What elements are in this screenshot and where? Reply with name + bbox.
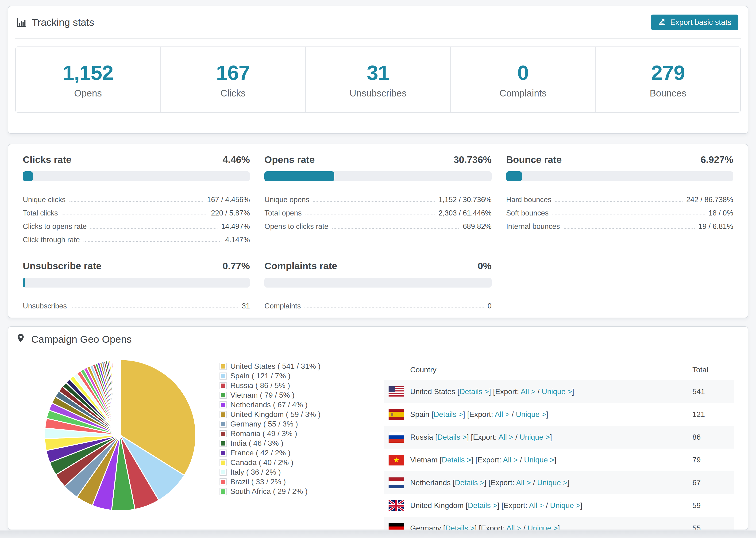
dotted-leader <box>70 201 203 202</box>
legend-swatch <box>220 430 227 437</box>
geo-table-row: Spain [Details >] [Export: All > / Uniqu… <box>384 403 734 426</box>
geo-table-row: Germany [Details >] [Export: All > / Uni… <box>384 517 734 530</box>
summary-stats-box: 1,152 Opens167 Clicks31 Unsubscribes0 Co… <box>15 46 741 113</box>
tracking-stats-title-row: Tracking stats <box>16 17 94 28</box>
country-name: Russia <box>410 433 433 441</box>
geo-content: United States ( 541 / 31% ) Spain ( 121 … <box>8 352 748 530</box>
legend-label: India ( 46 / 3% ) <box>230 439 283 448</box>
geo-table-row: United Kingdom [Details >] [Export: All … <box>384 494 734 517</box>
export-all-link[interactable]: All > <box>520 387 535 396</box>
geo-table-row: Russia [Details >] [Export: All > / Uniq… <box>384 426 734 449</box>
rate-progress-track <box>506 171 733 181</box>
rate-value: 6.927% <box>701 154 733 165</box>
dotted-leader <box>564 228 695 229</box>
detail-value: 0 <box>487 302 491 310</box>
legend-label: Germany ( 55 / 3% ) <box>230 420 298 428</box>
export-all-link[interactable]: All > <box>499 433 513 441</box>
dotted-leader <box>90 228 217 229</box>
export-basic-stats-button[interactable]: Export basic stats <box>651 15 738 30</box>
detail-value: 220 / 5.87% <box>211 209 250 217</box>
country-total: 541 <box>692 387 734 396</box>
rate-value: 30.736% <box>454 154 492 165</box>
es-flag-icon <box>389 409 404 420</box>
legend-swatch <box>220 372 227 380</box>
export-all-link[interactable]: All > <box>529 501 544 510</box>
export-unique-link[interactable]: Unique > <box>542 387 572 396</box>
details-link[interactable]: Details > <box>434 410 463 418</box>
country-total: 55 <box>692 524 734 530</box>
stat-label: Clicks <box>220 88 245 99</box>
legend-swatch <box>220 469 227 476</box>
page-bottom-strip <box>0 530 756 538</box>
geo-header: Campaign Geo Opens <box>8 327 748 351</box>
page-title: Tracking stats <box>32 17 94 28</box>
rate-title: Clicks rate <box>23 154 71 165</box>
rate-detail-rows: Unique opens 1,152 / 30.736% Total opens… <box>264 190 491 231</box>
rate-progress-track <box>23 278 250 288</box>
detail-value: 167 / 4.456% <box>207 195 250 204</box>
detail-row: Complaints 0 <box>264 297 491 310</box>
details-link[interactable]: Details > <box>442 456 471 464</box>
legend-item: Vietnam ( 79 / 5% ) <box>220 390 320 400</box>
detail-value: 1,152 / 30.736% <box>439 195 492 204</box>
legend-label: Spain ( 121 / 7% ) <box>230 372 291 380</box>
detail-label: Total opens <box>264 209 302 217</box>
legend-item: Russia ( 86 / 5% ) <box>220 381 320 390</box>
dotted-leader <box>305 215 435 215</box>
vn-flag-icon: ★ <box>389 455 404 465</box>
legend-swatch <box>220 488 227 495</box>
detail-value: 4.147% <box>225 236 250 244</box>
details-link[interactable]: Details > <box>445 524 474 530</box>
country-total: 86 <box>692 433 734 442</box>
rates-card: Clicks rate 4.46% Unique clicks 167 / 4.… <box>8 144 748 318</box>
detail-label: Click through rate <box>23 236 80 244</box>
geo-table-row: Netherlands [Details >] [Export: All > /… <box>384 471 734 494</box>
details-link[interactable]: Details > <box>468 501 497 510</box>
detail-value: 14.497% <box>221 222 250 231</box>
export-unique-link[interactable]: Unique > <box>516 410 546 418</box>
export-unique-link[interactable]: Unique > <box>550 501 580 510</box>
legend-swatch <box>220 459 227 466</box>
detail-row: Unique clicks 167 / 4.456% <box>23 190 250 204</box>
detail-row: Clicks to opens rate 14.497% <box>23 217 250 231</box>
stat-clicks: 167 Clicks <box>161 47 306 112</box>
detail-label: Unique clicks <box>23 195 66 204</box>
stat-value: 279 <box>651 61 685 85</box>
detail-row: Total opens 2,303 / 61.446% <box>264 204 491 217</box>
detail-row: Hard bounces 242 / 86.738% <box>506 190 733 204</box>
export-unique-link[interactable]: Unique > <box>519 433 550 441</box>
export-all-link[interactable]: All > <box>495 410 510 418</box>
rate-value: 0.77% <box>223 260 250 272</box>
detail-value: 242 / 86.738% <box>686 195 733 204</box>
export-unique-link[interactable]: Unique > <box>524 456 554 464</box>
legend-label: Italy ( 36 / 2% ) <box>230 468 281 476</box>
country-name: United States <box>410 387 455 396</box>
rate-detail-rows: Unsubscribes 31 <box>23 297 250 310</box>
stat-label: Complaints <box>500 88 547 99</box>
details-link[interactable]: Details > <box>437 433 467 441</box>
rate-title: Bounce rate <box>506 154 562 165</box>
stat-label: Opens <box>74 88 102 99</box>
detail-label: Clicks to opens rate <box>23 222 87 231</box>
export-icon <box>658 17 667 27</box>
export-all-link[interactable]: All > <box>516 478 531 487</box>
export-all-link[interactable]: All > <box>507 524 521 530</box>
legend-swatch <box>220 402 227 408</box>
stat-complaints: 0 Complaints <box>451 47 596 112</box>
export-all-link[interactable]: All > <box>503 456 518 464</box>
country-cell: Russia [Details >] [Export: All > / Uniq… <box>410 433 692 442</box>
geo-table: Country Total United States [Details >] … <box>384 359 734 530</box>
detail-label: Unsubscribes <box>23 302 67 310</box>
export-unique-link[interactable]: Unique > <box>537 478 567 487</box>
details-link[interactable]: Details > <box>455 478 484 487</box>
nl-flag-icon <box>389 477 404 488</box>
map-pin-icon <box>16 333 26 345</box>
details-link[interactable]: Details > <box>459 387 489 396</box>
legend-item: Brazil ( 33 / 2% ) <box>220 477 320 487</box>
dotted-leader <box>313 201 435 202</box>
detail-value: 31 <box>242 302 250 310</box>
export-unique-link[interactable]: Unique > <box>527 524 558 530</box>
legend-label: United States ( 541 / 31% ) <box>230 362 320 371</box>
legend-item: South Africa ( 29 / 2% ) <box>220 487 320 496</box>
rate-panel-complaints-rate: Complaints rate 0% Complaints 0 <box>264 260 491 310</box>
